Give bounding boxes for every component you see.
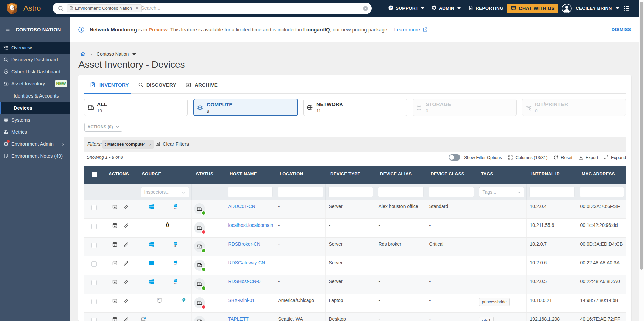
svg-text:?: ? — [390, 6, 392, 10]
